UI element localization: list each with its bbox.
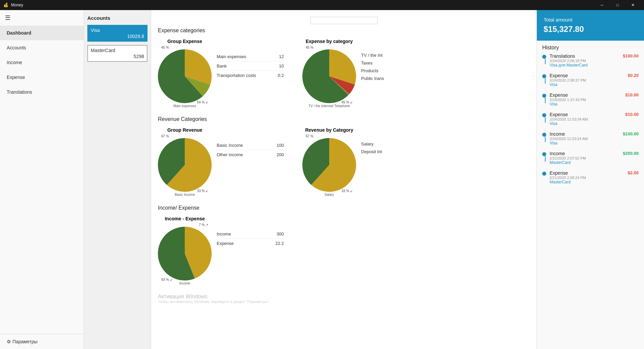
expense-by-category-bottom-pct: 45 % ↙: [341, 100, 353, 104]
account-card-mastercard[interactable]: MasterCard 5298: [87, 45, 147, 62]
app-title: Money: [11, 3, 23, 7]
history-amount: $100.00: [623, 131, 639, 136]
income-expense-data-table: Income 300 Expense 22.2: [217, 229, 284, 248]
watermark-area: Активация Windows Чтобы активировать Win…: [158, 294, 530, 304]
expense-categories-title: Expense categories: [158, 28, 530, 34]
history-amount: $2.00: [628, 170, 639, 175]
search-input[interactable]: [310, 17, 378, 24]
close-button[interactable]: ✕: [625, 0, 641, 10]
revenue-by-category-title: Revenue by Category: [305, 127, 353, 133]
revenue-cat-1: Deposit Int: [361, 148, 401, 155]
history-dot: [542, 94, 546, 98]
history-amount: $0.20: [628, 73, 639, 78]
group-expense-bottom-pct: 54 % ↙: [197, 100, 208, 104]
expense-cat-1: Taxes: [361, 60, 401, 66]
expense-row-3: Transportation costs 0.2: [217, 71, 284, 80]
group-expense-bottom-legend: Main expenses: [173, 104, 196, 108]
income-expense-chart: Income - Expense 7 % ↗ 93 % ↙ Income: [158, 216, 212, 285]
revenue-row-1: Basic Income 100: [217, 141, 284, 150]
history-date: 2/21/2020 2:08:24 PM: [550, 176, 586, 180]
history-dot: [542, 74, 546, 78]
account-card-visa[interactable]: Visa 10029.8: [87, 25, 147, 42]
app-icon: 💰: [3, 3, 8, 7]
sidebar-item-dashboard[interactable]: Dashboard: [0, 26, 84, 40]
history-date: 2/24/2020 1:37:43 PM: [550, 98, 586, 102]
sidebar-item-expense[interactable]: Expense: [0, 70, 84, 85]
history-type: Expense: [550, 112, 588, 117]
income-expense-top-pct: 7 % ↗: [199, 223, 208, 227]
app-body: ☰ Dashboard Accounts Income Expense Tran…: [0, 10, 644, 349]
maximize-button[interactable]: □: [610, 0, 625, 10]
group-expense-title: Group Expense: [167, 39, 202, 44]
sidebar-item-translations[interactable]: Translations: [0, 85, 84, 99]
sidebar-item-income[interactable]: Income: [0, 55, 84, 70]
revenue-categories-title: Revenue Categories: [158, 116, 530, 122]
accounts-panel: Accounts Visa 10029.8 MasterCard 5298: [84, 10, 151, 349]
history-connector: [545, 98, 546, 103]
titlebar-left: 💰 Money: [3, 3, 23, 7]
history-account: Visa: [550, 141, 588, 145]
group-expense-svg: [158, 49, 212, 103]
history-date: 2/24/2020 2:09:18 PM: [550, 59, 588, 63]
history-connector: [545, 137, 546, 142]
history-content: Expense 2/24/2020 11:03:34 AM Visa $10.0…: [550, 112, 639, 126]
expense-cat-3: Public trans: [361, 75, 401, 82]
history-content: Income 2/24/2020 11:03:24 AM Visa $100.0…: [550, 131, 639, 145]
history-account: Visa для MasterCard: [550, 63, 588, 68]
history-amount: $100.00: [623, 53, 639, 58]
history-content: Expense 2/21/2020 2:08:24 PM MasterCard …: [550, 170, 639, 184]
history-connector: [545, 78, 546, 84]
revenue-by-category-svg: [302, 138, 356, 192]
account-name-visa: Visa: [91, 28, 144, 33]
history-content: Expense 2/24/2020 1:37:43 PM Visa $10.00: [550, 92, 639, 106]
group-revenue-bottom-pct: 33 % ↙: [197, 189, 208, 193]
history-type: Expense: [550, 170, 586, 176]
expense-by-category-chart: Expense by category 45 % 45 % ↙: [302, 39, 356, 108]
history-dot: [542, 133, 546, 137]
history-account: Visa: [550, 82, 586, 87]
history-amount: $200.00: [623, 151, 639, 156]
history-item: Income 2/24/2020 11:03:24 AM Visa $100.0…: [542, 131, 639, 145]
history-list: Translations 2/24/2020 2:09:18 PM Visa д…: [537, 53, 644, 349]
total-amount-value: $15,327.80: [544, 25, 637, 34]
account-balance-mastercard: 5298: [91, 54, 144, 59]
income-expense-title: Income/ Expense: [158, 205, 530, 211]
minimize-button[interactable]: ─: [594, 0, 610, 10]
history-account: MasterCard: [550, 180, 586, 184]
expense-cat-0: TV / the Int: [361, 52, 401, 58]
group-expense-top-pct: 45 %: [161, 46, 169, 49]
titlebar: 💰 Money ─ □ ✕: [0, 0, 644, 10]
account-balance-visa: 10029.8: [91, 34, 144, 39]
revenue-charts-flex: Group Revenue 67 % 33 % ↙ Basic Income: [158, 127, 530, 197]
history-account: MasterCard: [550, 160, 586, 165]
watermark-line1: Активация Windows: [158, 294, 530, 300]
right-panel: Total amount $15,327.80 History Translat…: [536, 10, 644, 349]
income-expense-section: Income/ Expense Income - Expense 7 % ↗: [158, 205, 530, 285]
history-type: Expense: [550, 73, 586, 78]
expense-categories-section: Expense categories Group Expense 45 %: [158, 28, 530, 108]
income-expense-bottom-pct: 93 % ↙: [161, 278, 173, 281]
history-account: Visa: [550, 121, 588, 126]
history-type: Expense: [550, 92, 586, 98]
history-connector: [545, 156, 546, 162]
hamburger-button[interactable]: ☰: [0, 10, 84, 26]
income-expense-charts-flex: Income - Expense 7 % ↗ 93 % ↙ Income: [158, 216, 530, 285]
settings-button[interactable]: ⚙ Параметры: [0, 334, 84, 349]
history-item: Income 2/22/2020 2:07:52 PM MasterCard $…: [542, 151, 639, 165]
watermark-line2: Чтобы активировать Windows, перейдите в …: [158, 300, 530, 304]
expense-data-table: Main expenses 12 Bank 10 Transportation …: [217, 52, 284, 80]
history-item: Expense 2/24/2020 2:08:37 PM Visa $0.20: [542, 73, 639, 87]
expense-by-category-top-pct: 45 %: [306, 46, 313, 49]
sidebar-item-accounts[interactable]: Accounts: [0, 40, 84, 55]
history-item: Translations 2/24/2020 2:09:18 PM Visa д…: [542, 53, 639, 68]
group-revenue-svg: [158, 138, 212, 192]
expense-by-category-bottom-legend: TV / the Internet/ Telephone: [308, 104, 350, 108]
titlebar-controls: ─ □ ✕: [594, 0, 641, 10]
history-account: Visa: [550, 102, 586, 106]
revenue-cat-0: Salary: [361, 141, 401, 147]
history-content: Income 2/22/2020 2:07:52 PM MasterCard $…: [550, 151, 639, 165]
history-connector: [545, 59, 546, 64]
group-revenue-title: Group Revenue: [167, 127, 202, 133]
settings-icon: ⚙: [7, 339, 11, 344]
group-revenue-top-pct: 67 %: [161, 134, 169, 138]
